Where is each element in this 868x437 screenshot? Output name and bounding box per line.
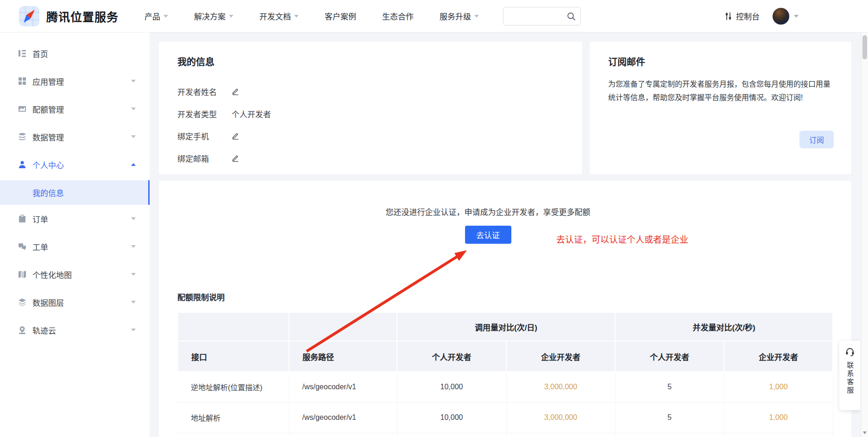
avatar[interactable]	[773, 8, 789, 25]
nav-cases[interactable]: 客户案例	[325, 10, 356, 22]
chevron-down-icon	[474, 15, 479, 18]
my-info-card: 我的信息 开发者姓名 开发者类型 个人开发者 绑定手机	[159, 42, 582, 174]
sidebar-item-tickets[interactable]: 工单	[0, 233, 150, 260]
certification-notice: 您还没进行企业认证，申请成为企业开发者，享受更多配额	[177, 206, 799, 217]
sidebar-item-orders[interactable]: 订单	[0, 205, 150, 233]
col-header-api: 接口	[178, 341, 289, 372]
home-list-icon	[18, 49, 27, 58]
scrollbar-thumb[interactable]	[862, 35, 867, 59]
map-icon	[18, 270, 27, 279]
database-icon	[18, 132, 27, 141]
scrollbar-down-arrow-icon[interactable]	[863, 431, 867, 434]
chevron-down-icon	[131, 273, 136, 276]
table-row: 地址解析 /ws/geocoder/v1 10,000 3,000,000 5 …	[178, 402, 833, 433]
developer-type-value: 个人开发者	[232, 108, 271, 120]
quota-heading: 配额限制说明	[177, 291, 833, 303]
chevron-down-icon	[131, 217, 136, 220]
sidebar-item-apps[interactable]: 应用管理	[0, 67, 150, 95]
subscribe-button[interactable]: 订阅	[799, 131, 834, 148]
sidebar-item-data[interactable]: 数据管理	[0, 123, 150, 151]
nav-upgrade[interactable]: 服务升级	[440, 10, 479, 22]
subscribe-description: 为您准备了专属定制的开发者服务月报，包含您每月使用的接口用量统计等信息，帮助您及…	[608, 77, 834, 104]
chevron-down-icon	[229, 15, 233, 18]
chat-bubbles-icon	[18, 242, 27, 251]
location-pin-icon	[18, 325, 27, 335]
sidebar-item-home[interactable]: 首页	[0, 39, 150, 67]
main-content: 我的信息 开发者姓名 开发者类型 个人开发者 绑定手机	[150, 32, 868, 437]
chevron-down-icon	[164, 15, 168, 18]
topbar: 腾讯位置服务 产品 解决方案 开发文档 客户案例 生态合作 服务升级 控制台	[0, 0, 868, 32]
sidebar-item-quota[interactable]: 配额管理	[0, 95, 150, 123]
headset-icon	[845, 347, 855, 357]
contact-support-label: 联系客服	[845, 361, 855, 395]
sliders-icon	[724, 12, 732, 20]
chevron-down-icon	[131, 80, 136, 82]
chevron-down-icon	[131, 135, 136, 138]
grid-icon	[18, 76, 27, 86]
console-link[interactable]: 控制台	[724, 10, 760, 22]
quota-table: 调用量对比(次/日) 并发量对比(次/秒) 接口 服务路径 个人开发者 企业开发…	[177, 312, 833, 437]
person-icon	[18, 160, 27, 169]
table-row: 逆地址解析(位置描述) /ws/geocoder/v1 10,000 3,000…	[178, 372, 833, 402]
field-bound-email: 绑定邮箱	[177, 147, 564, 169]
col-header-enterprise-qps: 企业开发者	[724, 341, 833, 372]
page-scrollbar[interactable]	[861, 32, 868, 437]
my-info-title: 我的信息	[177, 55, 564, 68]
sidebar-item-custom-map[interactable]: 个性化地图	[0, 260, 150, 288]
chevron-down-icon	[131, 108, 136, 110]
subscribe-mail-card: 订阅邮件 为您准备了专属定制的开发者服务月报，包含您每月使用的接口用量统计等信息…	[590, 42, 851, 174]
layers-icon	[18, 298, 27, 307]
contact-support-widget[interactable]: 联系客服	[839, 341, 861, 410]
edit-icon[interactable]	[232, 132, 239, 140]
top-nav: 产品 解决方案 开发文档 客户案例 生态合作 服务升级	[145, 10, 479, 22]
chevron-down-icon	[131, 301, 136, 304]
chevron-down-icon	[294, 15, 299, 18]
search-box[interactable]	[503, 7, 581, 25]
col-header-enterprise-daily: 企业开发者	[506, 341, 615, 372]
sidebar-item-data-layers[interactable]: 数据图层	[0, 288, 150, 316]
col-header-personal-qps: 个人开发者	[615, 341, 724, 372]
search-input[interactable]	[508, 12, 566, 20]
chevron-down-icon	[131, 245, 136, 248]
col-header-personal-daily: 个人开发者	[397, 341, 506, 372]
chevron-down-icon	[131, 329, 136, 331]
sidebar-item-track-cloud[interactable]: 轨迹云	[0, 316, 150, 344]
brand-title: 腾讯位置服务	[46, 8, 119, 25]
table-group-header-row: 调用量对比(次/日) 并发量对比(次/秒)	[178, 312, 833, 341]
certification-block: 您还没进行企业认证，申请成为企业开发者，享受更多配额 去认证	[177, 181, 799, 244]
clipboard-icon	[18, 214, 27, 223]
field-developer-name: 开发者姓名	[177, 80, 564, 102]
subscribe-title: 订阅邮件	[608, 55, 833, 68]
sidebar-item-personal-center[interactable]: 个人中心	[0, 151, 150, 178]
quota-card: 您还没进行企业认证，申请成为企业开发者，享受更多配额 去认证 去认证，可以认证个…	[159, 181, 851, 437]
group-header-qps: 并发量对比(次/秒)	[615, 312, 833, 341]
brand-logo-icon[interactable]	[19, 6, 40, 27]
search-icon[interactable]	[566, 12, 576, 21]
chevron-down-icon[interactable]	[794, 15, 799, 18]
edit-icon[interactable]	[232, 154, 239, 162]
nav-solutions[interactable]: 解决方案	[194, 10, 233, 22]
field-bound-phone: 绑定手机	[177, 125, 564, 147]
chevron-up-icon	[131, 163, 136, 166]
sidebar-subitem-my-info[interactable]: 我的信息	[0, 180, 150, 205]
sidebar: 首页 应用管理 配额管理 数据管理 个人中心 我的信息 订单	[0, 32, 150, 437]
red-annotation-text: 去认证，可以认证个人或者是企业	[556, 233, 688, 245]
topbar-right: 控制台	[724, 8, 799, 25]
edit-icon[interactable]	[232, 88, 239, 95]
field-developer-type: 开发者类型 个人开发者	[177, 102, 564, 125]
nav-products[interactable]: 产品	[145, 10, 168, 22]
chart-icon	[18, 104, 27, 114]
nav-ecosystem[interactable]: 生态合作	[382, 10, 414, 22]
go-certify-button[interactable]: 去认证	[465, 226, 511, 244]
console-label: 控制台	[736, 10, 760, 22]
table-header-row: 接口 服务路径 个人开发者 企业开发者 个人开发者 企业开发者	[178, 341, 833, 372]
col-header-path: 服务路径	[289, 341, 397, 372]
table-row: 地点搜索 /ws/place/v1/search 10,000 500,000 …	[178, 433, 833, 437]
group-header-daily: 调用量对比(次/日)	[397, 312, 615, 341]
nav-docs[interactable]: 开发文档	[259, 10, 299, 22]
